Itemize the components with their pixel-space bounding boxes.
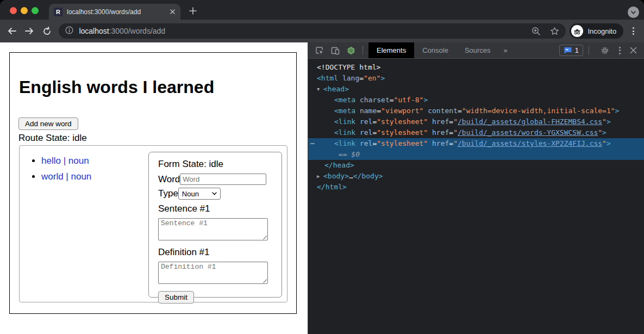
code-line[interactable]: <meta name="viewport" content="width=dev…: [308, 106, 644, 116]
reload-button[interactable]: [40, 24, 53, 38]
code-token: <html: [317, 74, 338, 82]
code-token: rel: [355, 139, 372, 147]
tab-elements[interactable]: Elements: [368, 42, 414, 58]
back-button[interactable]: [5, 24, 18, 38]
node-menu-icon[interactable]: …: [310, 137, 315, 147]
code-token: "viewport": [381, 107, 423, 115]
zoom-level-icon[interactable]: [532, 27, 541, 36]
sentence-textarea[interactable]: [158, 218, 268, 240]
code-token: ": [453, 139, 458, 147]
submit-button[interactable]: Submit: [158, 291, 194, 304]
device-toolbar-icon[interactable]: [331, 46, 340, 55]
code-token: name: [355, 107, 377, 115]
sentence-label: Sentence #1: [158, 203, 272, 214]
add-word-form: Form State: idle Word Type Noun: [148, 152, 282, 298]
code-line[interactable]: <link rel="stylesheet" href="/build/_ass…: [308, 116, 644, 127]
code-token: content: [423, 107, 458, 115]
tab-close-icon[interactable]: [170, 7, 176, 17]
code-token: …: [349, 172, 353, 180]
fullscreen-window-button[interactable]: [32, 7, 39, 14]
browser-window: R localhost:3000/words/add localhost: [0, 0, 644, 334]
word-link[interactable]: hello | noun: [41, 156, 89, 166]
settings-gear-icon[interactable]: [601, 46, 609, 55]
issues-counter[interactable]: 1: [559, 45, 583, 56]
code-token: charset: [355, 96, 390, 104]
word-list: hello | nounworld | noun: [20, 156, 91, 187]
code-token: href: [428, 139, 449, 147]
tab-console[interactable]: Console: [414, 42, 457, 58]
browser-tab[interactable]: R localhost:3000/words/add: [49, 4, 180, 20]
definition-label: Definition #1: [158, 247, 272, 258]
code-token: </head>: [324, 161, 354, 169]
code-token: ": [602, 139, 607, 147]
code-token: </html>: [317, 183, 347, 191]
code-token: == $0: [334, 150, 360, 158]
code-token: href: [428, 128, 449, 137]
word-input[interactable]: [180, 174, 266, 185]
code-token: <link: [334, 139, 355, 147]
code-token: ": [598, 128, 602, 137]
code-token: "stylesheet": [377, 117, 428, 126]
code-token: >: [615, 107, 620, 115]
code-token: /build/_assets/styles-XP2Z4FIJ.css: [458, 139, 602, 147]
code-token: <link: [334, 128, 355, 137]
code-line[interactable]: <meta charset="utf-8">: [308, 95, 644, 106]
page-title: English words I learned: [19, 77, 214, 97]
code-token: "width=device-width,initial-scale=1": [462, 107, 615, 115]
code-line[interactable]: </html>: [308, 182, 644, 193]
close-window-button[interactable]: [10, 7, 17, 14]
elements-tree: <!DOCTYPE html><html lang="en">▼<head><m…: [308, 59, 644, 193]
node-devtools-icon[interactable]: [347, 46, 355, 55]
devtools-menu-icon[interactable]: [617, 47, 622, 54]
code-token: =: [449, 139, 453, 147]
definition-textarea[interactable]: [158, 262, 268, 284]
minimize-window-button[interactable]: [21, 7, 28, 14]
incognito-badge: Incognito: [570, 23, 623, 39]
word-list-item: world | noun: [41, 171, 91, 182]
code-token: ": [602, 117, 607, 126]
url-host: localhost: [79, 27, 109, 35]
page-info-icon[interactable]: [65, 26, 73, 36]
tab-sources[interactable]: Sources: [457, 42, 499, 58]
url-text: localhost:3000/words/add: [79, 27, 165, 35]
code-token: <meta: [334, 107, 355, 115]
word-link[interactable]: world | noun: [41, 171, 91, 182]
browser-menu-icon[interactable]: [629, 27, 637, 35]
bookmark-star-icon[interactable]: [550, 27, 559, 36]
remix-favicon-icon: R: [54, 8, 62, 16]
tab-search-button[interactable]: [628, 7, 639, 18]
new-tab-button[interactable]: [188, 6, 198, 16]
code-token: =: [390, 96, 394, 104]
code-token: "en": [364, 74, 380, 82]
code-token: =: [449, 117, 453, 126]
code-token: <link: [334, 117, 355, 126]
code-line[interactable]: </head>: [308, 160, 644, 171]
code-line[interactable]: ▼<head>: [308, 84, 644, 95]
code-line[interactable]: ▶<body>…</body>: [308, 171, 644, 182]
inspect-element-icon[interactable]: [315, 46, 324, 55]
code-line[interactable]: …<link rel="stylesheet" href="/build/_as…: [308, 138, 644, 149]
incognito-label: Incognito: [587, 27, 616, 35]
address-bar[interactable]: localhost:3000/words/add: [59, 23, 566, 39]
code-token: rel: [355, 117, 372, 126]
forward-button[interactable]: [23, 24, 36, 38]
expand-icon[interactable]: ▶: [317, 171, 322, 182]
code-token: "stylesheet": [377, 128, 428, 137]
add-new-word-button[interactable]: Add new word: [18, 117, 78, 130]
code-line[interactable]: <!DOCTYPE html>: [308, 62, 644, 73]
code-token: "utf-8": [394, 96, 424, 104]
type-select[interactable]: Noun: [178, 188, 221, 200]
code-token: /build/_assets/global-FHZEMBS4.css: [458, 117, 602, 126]
code-line[interactable]: <link rel="stylesheet" href="/build/_ass…: [308, 127, 644, 138]
devtools-tabs: ElementsConsoleSources: [368, 42, 499, 58]
more-tabs-icon[interactable]: »: [504, 46, 508, 54]
code-line[interactable]: <html lang="en">: [308, 73, 644, 84]
window-controls: [10, 7, 39, 14]
code-token: ": [453, 128, 458, 137]
close-devtools-icon[interactable]: [629, 46, 637, 55]
code-line[interactable]: == $0: [308, 149, 644, 160]
code-token: href: [428, 117, 449, 126]
chevron-down-icon: [212, 192, 217, 195]
code-token: =: [359, 74, 364, 82]
collapse-icon[interactable]: ▼: [317, 84, 322, 95]
